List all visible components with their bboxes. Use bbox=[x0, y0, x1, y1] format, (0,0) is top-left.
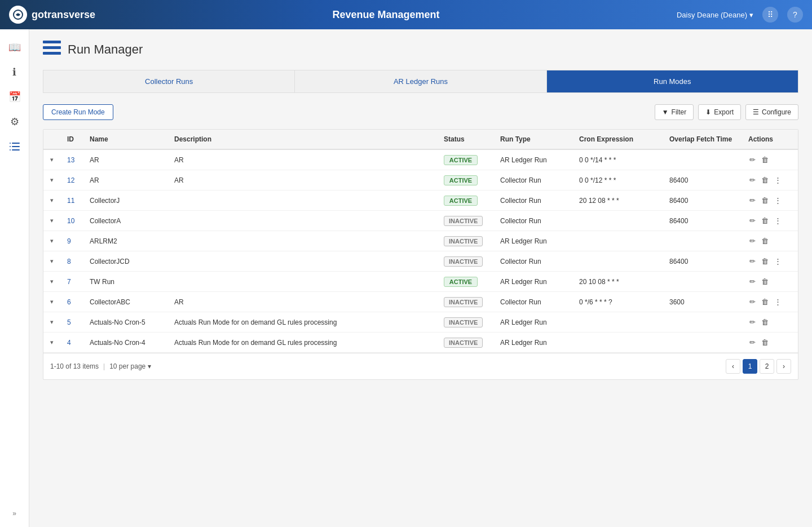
user-menu[interactable]: Daisy Deane (Deane) ▾ bbox=[677, 11, 753, 19]
row-name-5: Actuals-No Cron-5 bbox=[83, 312, 167, 333]
delete-icon-6[interactable]: 🗑 bbox=[760, 296, 770, 307]
row-name-6: CollectorABC bbox=[83, 292, 167, 312]
row-expand-7[interactable]: ▾ bbox=[43, 272, 60, 292]
actions-cell-6: ✏ 🗑 ⋮ bbox=[748, 296, 791, 307]
row-expand-9[interactable]: ▾ bbox=[43, 231, 60, 251]
sidebar-item-book[interactable]: 📖 bbox=[3, 36, 26, 59]
tab-ar-ledger-runs[interactable]: AR Ledger Runs bbox=[295, 70, 546, 92]
per-page-select[interactable]: 10 per page ▾ bbox=[109, 362, 151, 370]
filter-icon: ▼ bbox=[662, 108, 669, 116]
delete-icon-8[interactable]: 🗑 bbox=[760, 256, 770, 267]
status-badge-4: INACTIVE bbox=[444, 338, 483, 348]
create-run-mode-button[interactable]: Create Run Mode bbox=[43, 104, 113, 120]
help-icon[interactable]: ? bbox=[787, 7, 803, 23]
row-expand-12[interactable]: ▾ bbox=[43, 170, 60, 191]
pagination-right: ‹ 1 2 › bbox=[726, 359, 791, 374]
edit-icon-4[interactable]: ✏ bbox=[748, 337, 757, 348]
svg-rect-5 bbox=[10, 146, 11, 147]
actions-cell-8: ✏ 🗑 ⋮ bbox=[748, 256, 791, 267]
row-expand-10[interactable]: ▾ bbox=[43, 211, 60, 231]
next-page-button[interactable]: › bbox=[776, 359, 791, 374]
tab-bar: Collector Runs AR Ledger Runs Run Modes bbox=[43, 70, 798, 93]
row-name-11: CollectorJ bbox=[83, 191, 167, 211]
page-1-button[interactable]: 1 bbox=[743, 359, 757, 374]
edit-icon-11[interactable]: ✏ bbox=[748, 195, 757, 206]
more-options-icon[interactable]: ⋮ bbox=[773, 256, 783, 267]
actions-cell-13: ✏ 🗑 bbox=[748, 154, 791, 165]
row-expand-11[interactable]: ▾ bbox=[43, 191, 60, 211]
grid-icon[interactable]: ⠿ bbox=[762, 7, 778, 23]
tab-run-modes[interactable]: Run Modes bbox=[547, 70, 798, 92]
user-name: Daisy Deane (Deane) bbox=[677, 11, 747, 19]
export-button[interactable]: ⬇ Export bbox=[698, 104, 741, 120]
more-options-icon[interactable]: ⋮ bbox=[773, 215, 783, 226]
filter-button[interactable]: ▼ Filter bbox=[655, 104, 694, 120]
row-status-5: INACTIVE bbox=[437, 312, 493, 333]
row-actions-7: ✏ 🗑 bbox=[742, 272, 798, 292]
row-expand-4[interactable]: ▾ bbox=[43, 333, 60, 353]
row-runtype-13: AR Ledger Run bbox=[493, 149, 572, 170]
actions-cell-12: ✏ 🗑 ⋮ bbox=[748, 175, 791, 185]
row-overlap-11: 86400 bbox=[663, 191, 742, 211]
page-2-button[interactable]: 2 bbox=[760, 359, 774, 374]
row-overlap-9 bbox=[663, 231, 742, 251]
sidebar-item-info[interactable]: ℹ bbox=[3, 61, 26, 83]
row-cron-4 bbox=[572, 333, 663, 353]
delete-icon-7[interactable]: 🗑 bbox=[760, 276, 770, 287]
delete-icon-9[interactable]: 🗑 bbox=[760, 236, 770, 246]
delete-icon-12[interactable]: 🗑 bbox=[760, 175, 770, 185]
row-id-12: 12 bbox=[60, 170, 83, 191]
svg-rect-2 bbox=[12, 146, 20, 147]
row-actions-9: ✏ 🗑 bbox=[742, 231, 798, 251]
th-actions: Actions bbox=[742, 130, 798, 149]
more-options-icon[interactable]: ⋮ bbox=[773, 195, 783, 206]
user-dropdown-icon: ▾ bbox=[749, 11, 753, 19]
row-expand-5[interactable]: ▾ bbox=[43, 312, 60, 333]
delete-icon-10[interactable]: 🗑 bbox=[760, 215, 770, 226]
th-name: Name bbox=[83, 130, 167, 149]
row-cron-8 bbox=[572, 251, 663, 272]
row-description-12: AR bbox=[167, 170, 437, 191]
edit-icon-12[interactable]: ✏ bbox=[748, 175, 757, 185]
delete-icon-13[interactable]: 🗑 bbox=[760, 154, 770, 165]
tab-collector-runs[interactable]: Collector Runs bbox=[43, 70, 295, 92]
row-name-9: ARLRM2 bbox=[83, 231, 167, 251]
edit-icon-13[interactable]: ✏ bbox=[748, 154, 757, 165]
pagination-left: 1-10 of 13 items | 10 per page ▾ bbox=[50, 362, 151, 370]
sidebar-item-gear[interactable]: ⚙ bbox=[3, 110, 26, 133]
row-cron-13: 0 0 */14 * * * bbox=[572, 149, 663, 170]
row-runtype-8: Collector Run bbox=[493, 251, 572, 272]
delete-icon-5[interactable]: 🗑 bbox=[760, 317, 770, 327]
more-options-icon[interactable]: ⋮ bbox=[773, 296, 783, 307]
edit-icon-9[interactable]: ✏ bbox=[748, 236, 757, 246]
edit-icon-7[interactable]: ✏ bbox=[748, 276, 757, 287]
actions-cell-4: ✏ 🗑 bbox=[748, 337, 791, 348]
sidebar-item-calendar[interactable]: 📅 bbox=[3, 86, 26, 108]
delete-icon-4[interactable]: 🗑 bbox=[760, 337, 770, 348]
row-description-13: AR bbox=[167, 149, 437, 170]
configure-button[interactable]: ☰ Configure bbox=[745, 104, 798, 120]
edit-icon-8[interactable]: ✏ bbox=[748, 256, 757, 267]
row-id-9: 9 bbox=[60, 231, 83, 251]
row-expand-13[interactable]: ▾ bbox=[43, 149, 60, 170]
edit-icon-6[interactable]: ✏ bbox=[748, 296, 757, 307]
row-expand-6[interactable]: ▾ bbox=[43, 292, 60, 312]
row-cron-6: 0 */6 * * * ? bbox=[572, 292, 663, 312]
row-expand-8[interactable]: ▾ bbox=[43, 251, 60, 272]
edit-icon-5[interactable]: ✏ bbox=[748, 317, 757, 327]
logo[interactable]: gotransverse bbox=[9, 6, 95, 24]
row-description-7 bbox=[167, 272, 437, 292]
delete-icon-11[interactable]: 🗑 bbox=[760, 195, 770, 206]
page-title: Run Manager bbox=[68, 42, 143, 57]
row-overlap-13 bbox=[663, 149, 742, 170]
row-overlap-8: 86400 bbox=[663, 251, 742, 272]
edit-icon-10[interactable]: ✏ bbox=[748, 215, 757, 226]
prev-page-button[interactable]: ‹ bbox=[726, 359, 740, 374]
row-status-12: ACTIVE bbox=[437, 170, 493, 191]
sidebar-item-list[interactable] bbox=[3, 135, 26, 158]
actions-cell-9: ✏ 🗑 bbox=[748, 236, 791, 246]
more-options-icon[interactable]: ⋮ bbox=[773, 175, 783, 185]
row-name-7: TW Run bbox=[83, 272, 167, 292]
pagination-divider: | bbox=[103, 362, 105, 370]
sidebar-expand[interactable]: » bbox=[3, 504, 26, 522]
